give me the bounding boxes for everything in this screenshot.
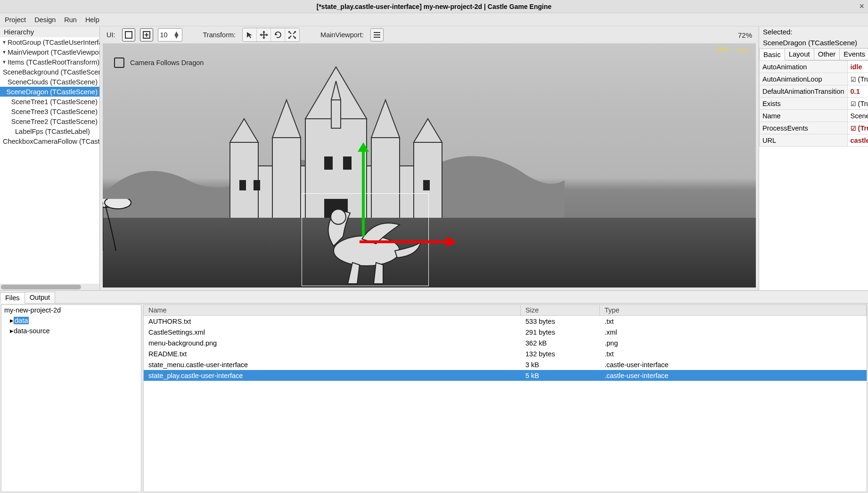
file-row[interactable]: AUTHORS.txt533 bytes.txt (144, 316, 867, 327)
tool-scale-icon[interactable] (285, 28, 299, 41)
tool-rotate-icon[interactable] (271, 28, 285, 41)
menu-help[interactable]: Help (85, 16, 99, 24)
bottom-tabs: FilesOutput (0, 291, 868, 304)
selected-value: SceneDragon (TCastleScene) (759, 37, 868, 48)
file-list-header: Name Size Type (144, 305, 867, 316)
inspector-tabs: BasicLayoutOtherEventsAll (759, 48, 868, 60)
selected-label: Selected: (759, 26, 868, 37)
menu-run[interactable]: Run (64, 16, 77, 24)
hierarchy-item[interactable]: SceneTree2 (TCastleScene) (0, 116, 99, 126)
camera-follow-checkbox[interactable]: Camera Follows Dragon (114, 58, 204, 68)
hierarchy-item[interactable]: ▼RootGroup (TCastleUserInterface) (0, 37, 99, 47)
fps-label: FPS: xxx (717, 46, 748, 54)
ui-tool-rect[interactable] (122, 28, 135, 41)
ui-label: UI: (106, 31, 115, 39)
svg-rect-17 (331, 100, 341, 128)
file-row[interactable]: state_play.castle-user-interface5 kB.cas… (144, 370, 867, 381)
window-close-button[interactable]: × (859, 1, 864, 11)
dir-item[interactable]: ▸ data (1, 315, 141, 326)
hierarchy-item[interactable]: SceneTree1 (TCastleScene) (0, 97, 99, 107)
file-list[interactable]: Name Size Type AUTHORS.txt533 bytes.txtC… (143, 304, 867, 492)
property-grid[interactable]: AutoAnimationidleAutoAnimationLoop☑ (Tru… (759, 60, 868, 290)
col-name[interactable]: Name (144, 305, 521, 315)
svg-marker-33 (447, 236, 456, 247)
viewport-menu-button[interactable] (370, 28, 384, 41)
property-row[interactable]: AutoAnimationidle (760, 61, 868, 73)
dir-item[interactable]: ▸ data-source (1, 326, 141, 336)
inspector-tab-events[interactable]: Events (839, 48, 868, 60)
center-panel: UI: 10 ▲▼ Transform: (100, 26, 759, 290)
hierarchy-item[interactable]: SceneBackground (TCastleScene) (0, 67, 99, 77)
bottom-panel: FilesOutput my-new-project-2d▸ data▸ dat… (0, 290, 868, 493)
directory-tree[interactable]: my-new-project-2d▸ data▸ data-source (1, 304, 141, 492)
snap-spinner[interactable]: 10 ▲▼ (158, 28, 182, 41)
property-row[interactable]: NameSceneDragon (760, 110, 868, 122)
design-toolbar: UI: 10 ▲▼ Transform: (100, 26, 759, 43)
hierarchy-tree[interactable]: ▼RootGroup (TCastleUserInterface)▼MainVi… (0, 37, 99, 284)
inspector-tab-layout[interactable]: Layout (785, 48, 814, 60)
inspector-panel: Selected: SceneDragon (TCastleScene) Bas… (759, 26, 868, 290)
hierarchy-panel: Hierarchy ▼RootGroup (TCastleUserInterfa… (0, 26, 100, 290)
hierarchy-item[interactable]: SceneTree3 (TCastleScene) (0, 107, 99, 116)
svg-rect-0 (125, 32, 132, 38)
bottom-tab-files[interactable]: Files (0, 292, 25, 304)
viewport-label: MainViewport: (320, 31, 364, 39)
menu-bar: Project Design Run Help (0, 13, 868, 26)
gizmo-x-axis[interactable] (357, 235, 456, 249)
hierarchy-item[interactable]: LabelFps (TCastleLabel) (0, 126, 99, 136)
svg-rect-19 (239, 180, 246, 190)
svg-marker-31 (358, 142, 369, 152)
inspector-tab-other[interactable]: Other (814, 48, 840, 60)
tool-select-icon[interactable] (243, 28, 257, 41)
svg-rect-22 (324, 156, 333, 170)
dir-root[interactable]: my-new-project-2d (1, 305, 141, 315)
col-type[interactable]: Type (600, 305, 867, 315)
file-row[interactable]: CastleSettings.xml291 bytes.xml (144, 327, 867, 337)
menu-design[interactable]: Design (34, 16, 56, 24)
file-row[interactable]: state_menu.castle-user-interface3 kB.cas… (144, 359, 867, 370)
svg-marker-8 (230, 119, 258, 142)
svg-rect-23 (343, 156, 352, 170)
bottom-tab-output[interactable]: Output (25, 292, 56, 303)
inspector-tab-basic[interactable]: Basic (759, 49, 785, 60)
gizmo-y-axis[interactable] (356, 142, 370, 241)
zoom-level: 72% (738, 31, 752, 39)
svg-marker-14 (272, 100, 301, 138)
hierarchy-item[interactable]: CheckboxCameraFollow (TCastleCheckbox) (0, 136, 99, 146)
design-viewport[interactable]: FPS: xxx Camera Follows Dragon (103, 43, 756, 288)
window-title: [*state_play.castle-user-interface] my-n… (317, 3, 551, 10)
hierarchy-item[interactable]: SceneDragon (TCastleScene) (0, 87, 99, 97)
property-row[interactable]: ProcessEvents☑ (True) (760, 122, 868, 134)
file-row[interactable]: README.txt132 bytes.txt (144, 348, 867, 359)
property-row[interactable]: AutoAnimationLoop☑ (True) (760, 73, 868, 85)
svg-rect-20 (254, 180, 260, 190)
transform-tools (242, 28, 300, 42)
property-row[interactable]: URLcastle-data:/dragon.json (760, 134, 868, 147)
svg-marker-10 (414, 119, 442, 142)
tool-move-icon[interactable] (257, 28, 271, 41)
window-titlebar: [*state_play.castle-user-interface] my-n… (0, 0, 868, 13)
file-row[interactable]: menu-background.png362 kB.png (144, 337, 867, 348)
property-row[interactable]: DefaultAnimationTransition0.1 (760, 85, 868, 98)
transform-label: Transform: (203, 31, 236, 39)
menu-project[interactable]: Project (5, 16, 26, 24)
checkbox-icon (114, 58, 124, 68)
property-row[interactable]: Exists☑ (True) (760, 98, 868, 110)
svg-point-27 (105, 199, 131, 209)
svg-rect-21 (423, 180, 430, 190)
ui-tool-add[interactable] (140, 28, 153, 41)
hierarchy-title: Hierarchy (0, 26, 99, 37)
hierarchy-scrollbar[interactable] (0, 284, 99, 290)
hierarchy-item[interactable]: SceneClouds (TCastleScene) (0, 77, 99, 87)
hierarchy-item[interactable]: ▼MainViewport (TCastleViewport) (0, 47, 99, 57)
svg-marker-16 (371, 100, 400, 138)
hierarchy-item[interactable]: ▼Items (TCastleRootTransform) (0, 57, 99, 67)
col-size[interactable]: Size (521, 305, 600, 315)
